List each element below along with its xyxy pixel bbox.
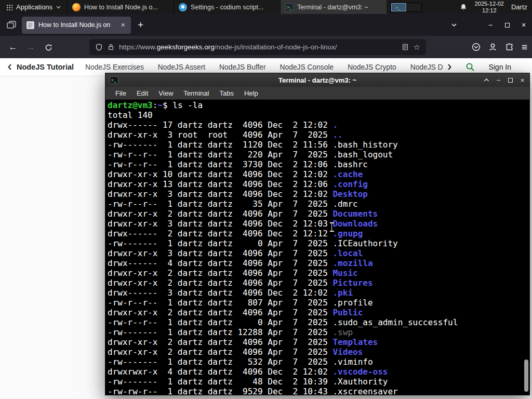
menu-button[interactable]: ≡ bbox=[522, 42, 527, 52]
workspace-pager bbox=[391, 3, 422, 12]
menu-edit[interactable]: Edit bbox=[131, 89, 153, 97]
search-icon[interactable] bbox=[466, 62, 475, 72]
terminal-line: -rw------- 1 dartz dartz 12288 Apr 7 202… bbox=[108, 327, 529, 337]
terminal-line: drwxr-xr-x 13 dartz dartz 4096 Dec 2 12:… bbox=[108, 179, 529, 189]
mouse-cursor bbox=[329, 222, 335, 232]
firefox-view-icon[interactable] bbox=[7, 21, 16, 29]
user-menu[interactable]: Dartz bbox=[511, 3, 527, 11]
terminal-maximize-button[interactable] bbox=[507, 78, 514, 83]
terminal-line: dartz@vm3:~$ ls -la bbox=[108, 100, 529, 110]
tab-close-icon[interactable]: × bbox=[120, 21, 126, 29]
terminal-line: drwxr-xr-x 2 dartz dartz 4096 Apr 7 2025… bbox=[108, 308, 529, 317]
menu-terminal[interactable]: Terminal bbox=[178, 89, 214, 97]
settings-icon bbox=[179, 3, 187, 11]
nav-item[interactable]: NodeJS Buffer bbox=[219, 63, 265, 71]
nav-item[interactable]: NodeJS Assert bbox=[158, 63, 205, 71]
terminal-line: drwx------ 2 dartz dartz 4096 Dec 2 12:1… bbox=[108, 229, 529, 238]
browser-tab[interactable]: How to Install Node.js on × bbox=[22, 17, 131, 34]
chevron-right-icon[interactable] bbox=[447, 63, 452, 71]
taskbar-item-label: Settings - codium script... bbox=[191, 4, 263, 11]
terminal-menubar: FileEditViewTerminalTabsHelp bbox=[105, 87, 529, 100]
terminal-line: -rw-r--r-- 1 dartz dartz 220 Apr 7 2025 … bbox=[108, 150, 529, 159]
terminal-line: -rw-r--r-- 1 dartz dartz 807 Apr 7 2025 … bbox=[108, 298, 529, 308]
terminal-line: drwxr-xr-x 2 dartz dartz 4096 Apr 7 2025… bbox=[108, 278, 529, 288]
site-nav-items: NodeJS ExercisesNodeJS AssertNodeJS Buff… bbox=[85, 63, 443, 71]
new-tab-button[interactable]: + bbox=[138, 19, 143, 31]
page-favicon-icon bbox=[26, 21, 34, 29]
terminal-line: -rw------- 1 dartz dartz 0 Apr 7 2025 .I… bbox=[108, 238, 529, 248]
chevron-left-icon[interactable] bbox=[7, 63, 12, 71]
maximize-button[interactable] bbox=[499, 21, 515, 29]
applications-label: Applications bbox=[16, 3, 52, 11]
account-icon[interactable] bbox=[488, 43, 497, 51]
menu-help[interactable]: Help bbox=[239, 89, 263, 97]
terminal-line: -rw-r--r-- 1 dartz dartz 3730 Dec 2 12:0… bbox=[108, 159, 529, 169]
terminal-line: -rw-rw-r-- 1 dartz dartz 9529 Dec 2 10:4… bbox=[108, 387, 529, 395]
lock-icon[interactable] bbox=[108, 43, 114, 51]
panel-right: 2025-12-02 12:12 Dartz bbox=[459, 1, 532, 14]
shade-button[interactable] bbox=[483, 78, 490, 82]
terminal-scrollbar[interactable] bbox=[524, 100, 528, 395]
terminal-line: drwxr-xr-x 10 dartz dartz 4096 Dec 2 12:… bbox=[108, 169, 529, 179]
list-tabs-chevron-icon[interactable] bbox=[451, 22, 457, 28]
terminal-screen[interactable]: dartz@vm3:~$ ls -latotal 140drwx------ 1… bbox=[105, 100, 529, 395]
terminal-line: drwxr-xr-x 2 dartz dartz 4096 Apr 7 2025… bbox=[108, 268, 529, 278]
terminal-line: -rw-r--r-- 1 dartz dartz 35 Apr 7 2025 .… bbox=[108, 199, 529, 209]
bell-icon[interactable] bbox=[459, 3, 468, 11]
terminal-icon: >_ bbox=[285, 3, 294, 11]
back-button[interactable]: ← bbox=[4, 42, 22, 52]
url-text: https://www.geeksforgeeks.org/node-js/in… bbox=[119, 43, 397, 51]
nav-item[interactable]: NodeJS DNS bbox=[410, 63, 444, 71]
desktop: Applications How to Install Node.js o...… bbox=[0, 0, 532, 399]
extensions-puzzle-icon[interactable] bbox=[505, 43, 514, 51]
terminal-minimize-button[interactable]: − bbox=[495, 76, 502, 84]
workspace-2[interactable] bbox=[406, 3, 421, 11]
taskbar-item[interactable]: How to Install Node.js o... bbox=[67, 0, 174, 14]
terminal-line: total 140 bbox=[108, 110, 529, 120]
terminal-window: Terminal - dartz@vm3: ~ − × FileEditView… bbox=[105, 73, 530, 395]
taskbar-item-label: How to Install Node.js o... bbox=[84, 4, 158, 11]
nav-item[interactable]: NodeJS Crypto bbox=[348, 63, 396, 71]
firefox-tab-bar: How to Install Node.js on × + − × bbox=[0, 14, 532, 36]
url-bar[interactable]: https://www.geeksforgeeks.org/node-js/in… bbox=[89, 39, 426, 55]
taskbar-item[interactable]: >_Terminal - dartz@vm3: ~ bbox=[280, 0, 387, 14]
terminal-line: -rw------- 1 dartz dartz 1120 Dec 2 11:5… bbox=[108, 140, 529, 150]
pocket-icon[interactable] bbox=[472, 43, 481, 51]
panel-clock[interactable]: 2025-12-02 12:12 bbox=[475, 1, 504, 14]
navbar-right-icons: ≡ bbox=[472, 36, 527, 58]
nav-item[interactable]: NodeJS Console bbox=[280, 63, 334, 71]
window-controls: − × bbox=[451, 14, 532, 36]
terminal-line: drwx------ 4 dartz dartz 4096 Apr 7 2025… bbox=[108, 258, 529, 268]
terminal-window-buttons: − × bbox=[483, 73, 526, 87]
firefox-icon bbox=[72, 3, 81, 11]
menu-file[interactable]: File bbox=[110, 89, 131, 97]
reader-mode-icon[interactable] bbox=[402, 43, 409, 51]
tracking-shield-icon[interactable] bbox=[95, 43, 103, 51]
workspace-1[interactable] bbox=[391, 3, 406, 11]
reload-button[interactable] bbox=[39, 42, 57, 52]
bookmark-star-icon[interactable]: ☆ bbox=[414, 43, 420, 52]
applications-menu-button[interactable]: Applications bbox=[0, 0, 67, 14]
terminal-line: drwx------ 3 dartz dartz 4096 Dec 2 12:0… bbox=[108, 288, 529, 298]
nav-item[interactable]: NodeJS Exercises bbox=[85, 63, 144, 71]
terminal-line: drwxr-xr-x 3 dartz dartz 4096 Dec 2 12:0… bbox=[108, 219, 529, 229]
site-nav-primary[interactable]: NodeJS Tutorial bbox=[7, 63, 74, 71]
scrollbar-thumb[interactable] bbox=[524, 360, 528, 392]
site-nav-right: Sign In bbox=[447, 62, 525, 72]
taskbar-item[interactable]: Settings - codium script... bbox=[174, 0, 280, 14]
terminal-line: -rw-r--r-- 1 dartz dartz 0 Apr 7 2025 .s… bbox=[108, 317, 529, 327]
close-button[interactable]: × bbox=[515, 21, 532, 29]
forward-button[interactable]: → bbox=[22, 42, 39, 52]
applications-grid-icon bbox=[6, 4, 12, 10]
sign-in-link[interactable]: Sign In bbox=[488, 63, 511, 71]
firefox-navbar: ← → https://www.geeksforgeeks.org/node-j… bbox=[0, 36, 532, 58]
terminal-line: drwxr-xr-x 2 dartz dartz 4096 Apr 7 2025… bbox=[108, 209, 529, 219]
terminal-titlebar[interactable]: Terminal - dartz@vm3: ~ − × bbox=[105, 73, 529, 87]
panel-taskbar: How to Install Node.js o...Settings - co… bbox=[67, 0, 387, 14]
terminal-close-button[interactable]: × bbox=[519, 76, 526, 84]
menu-tabs[interactable]: Tabs bbox=[214, 89, 238, 97]
terminal-line: drwxr-xr-x 3 dartz dartz 4096 Apr 7 2025… bbox=[108, 248, 529, 258]
minimize-button[interactable]: − bbox=[482, 21, 499, 29]
menu-view[interactable]: View bbox=[153, 89, 178, 97]
terminal-line: drwxr-xr-x 3 root root 4096 Apr 7 2025 .… bbox=[108, 130, 529, 140]
